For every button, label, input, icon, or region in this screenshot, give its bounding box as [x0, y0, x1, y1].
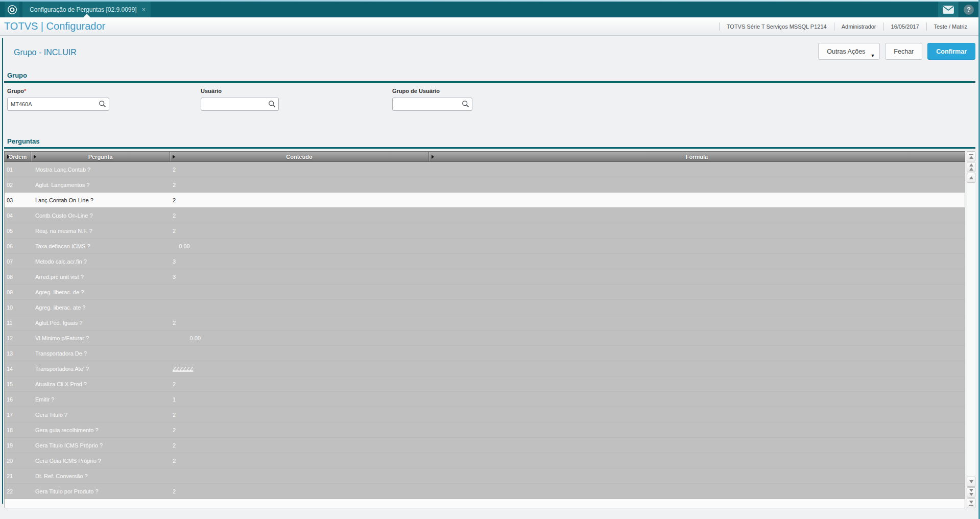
cell-pergunta: Atualiza Cli.X Prod ?	[31, 376, 170, 391]
table-row[interactable]: 15 Atualiza Cli.X Prod ? 2	[5, 376, 965, 392]
cell-formula	[429, 438, 965, 453]
cell-pergunta: Reaj. na mesma N.F. ?	[31, 223, 170, 238]
grupo-input[interactable]	[7, 98, 109, 111]
cell-pergunta: Gera Titulo por Produto ?	[31, 484, 170, 499]
environment-name: TOTVS Série T Serviços MSSQL P1214	[719, 22, 834, 31]
column-header-ordem[interactable]: Ordem	[5, 152, 31, 161]
app-title: TOTVS | Configurador	[4, 20, 105, 32]
tab-configuracao-perguntas[interactable]: Configuração de Perguntas [02.9.0099] ×	[22, 2, 151, 17]
grupo-usuario-input[interactable]	[392, 98, 472, 111]
table-row[interactable]: 17 Gera Titulo ? 2	[5, 407, 965, 422]
table-row[interactable]: 12 Vl.Minimo p/Faturar ? 0.00	[5, 331, 965, 346]
cell-pergunta: Contb.Custo On-Line ?	[31, 208, 170, 223]
cell-ordem: 14	[5, 361, 31, 376]
line-up-icon	[969, 176, 973, 179]
grupo-section: Grupo Grupo* Usuário	[4, 72, 975, 111]
cell-ordem: 04	[5, 208, 31, 223]
cell-formula	[429, 484, 965, 499]
table-row[interactable]: 10 Agreg. liberac. ate ?	[5, 300, 965, 315]
search-icon[interactable]	[462, 100, 469, 108]
table-row[interactable]: 11 Aglut.Ped. Iguais ? 2	[5, 315, 965, 331]
cell-formula	[429, 300, 965, 315]
column-header-formula[interactable]: Fórmula	[429, 152, 965, 161]
table-row[interactable]: 16 Emitir ? 1	[5, 392, 965, 407]
help-button[interactable]: ?	[959, 2, 978, 17]
usuario-input[interactable]	[201, 98, 279, 111]
confirm-button[interactable]: Confirmar	[927, 43, 975, 60]
cell-formula	[429, 331, 965, 345]
environment-info-bar: TOTVS Série T Serviços MSSQL P1214 Admin…	[719, 22, 974, 31]
line-down-icon	[969, 480, 973, 483]
table-row[interactable]: 13 Transportadora De ?	[5, 346, 965, 361]
cell-ordem: 10	[5, 300, 31, 315]
cell-pergunta: Transportadora De ?	[31, 346, 170, 361]
cell-pergunta: Mostra Lanç.Contab ?	[31, 162, 170, 177]
cell-conteudo: 2	[170, 422, 429, 437]
cell-conteudo: 2	[170, 438, 429, 453]
table-row[interactable]: 20 Gera Guia ICMS Próprio ? 2	[5, 453, 965, 468]
cell-formula	[429, 453, 965, 468]
other-actions-button[interactable]: Outras Ações ▼	[818, 43, 880, 60]
table-row[interactable]: 02 Aglut. Lançamentos ? 2	[5, 177, 965, 193]
line-down-button[interactable]	[967, 477, 975, 487]
table-row[interactable]: 18 Gera guia recolhimento ? 2	[5, 422, 965, 438]
cell-ordem: 18	[5, 422, 31, 437]
table-row[interactable]: 09 Agreg. liberac. de ?	[5, 285, 965, 300]
table-row[interactable]: 05 Reaj. na mesma N.F. ? 2	[5, 223, 965, 239]
titlebar: Configuração de Perguntas [02.9.0099] × …	[0, 2, 978, 17]
cell-ordem: 09	[5, 285, 31, 299]
close-button[interactable]: Fechar	[885, 43, 922, 60]
vertical-scrollbar[interactable]	[967, 151, 975, 508]
grid-header: Ordem Pergunta Conteúdo Fórmula	[4, 151, 965, 162]
table-row[interactable]: 08 Arred.prc unit vist ? 3	[5, 269, 965, 285]
cell-pergunta: Dt. Ref. Conversão ?	[31, 468, 170, 483]
table-row[interactable]: 06 Taxa deflacao ICMS ? 0.00	[5, 239, 965, 254]
app-window: Configuração de Perguntas [02.9.0099] × …	[0, 0, 980, 519]
search-icon[interactable]	[99, 100, 106, 108]
table-row[interactable]: 19 Gera Titulo ICMS Próprio ? 2	[5, 438, 965, 453]
cell-pergunta: Vl.Minimo p/Faturar ?	[31, 331, 170, 345]
table-row[interactable]: 21 Dt. Ref. Conversão ?	[5, 468, 965, 484]
scrollbar-track[interactable]	[967, 183, 975, 477]
cell-conteudo	[170, 285, 429, 299]
cell-ordem: 16	[5, 392, 31, 407]
cell-formula	[429, 239, 965, 253]
table-row[interactable]: 14 Transportadora Ate' ? ZZZZZZ	[5, 361, 965, 376]
page-up-button[interactable]	[967, 162, 975, 172]
page-up-icon	[969, 163, 973, 167]
field-grupo-usuario: Grupo de Usuário	[392, 88, 472, 111]
page-down-button[interactable]	[967, 487, 975, 498]
column-header-pergunta[interactable]: Pergunta	[31, 152, 170, 161]
scroll-top-button[interactable]	[967, 151, 975, 161]
table-row[interactable]: 04 Contb.Custo On-Line ? 2	[5, 208, 965, 223]
cell-pergunta: Gera Guia ICMS Próprio ?	[31, 453, 170, 468]
cell-conteudo: 3	[170, 254, 429, 269]
table-row[interactable]: 01 Mostra Lanç.Contab ? 2	[5, 162, 965, 177]
cell-ordem: 12	[5, 331, 31, 345]
table-row[interactable]: 22 Gera Titulo por Produto ? 2	[5, 484, 965, 499]
cell-ordem: 08	[5, 269, 31, 284]
cell-conteudo	[170, 468, 429, 483]
cell-conteudo: 2	[170, 162, 429, 177]
scroll-bottom-button[interactable]	[967, 498, 975, 508]
cell-pergunta: Metodo calc.acr.fin ?	[31, 254, 170, 269]
mail-button[interactable]	[938, 2, 959, 17]
close-icon[interactable]: ×	[141, 6, 146, 13]
line-up-button[interactable]	[967, 173, 975, 183]
table-row[interactable]: 07 Metodo calc.acr.fin ? 3	[5, 254, 965, 269]
cell-ordem: 17	[5, 407, 31, 422]
table-row[interactable]: 03 Lanç.Contab.On-Line ? 2	[5, 193, 965, 208]
cell-ordem: 19	[5, 438, 31, 453]
cell-pergunta: Gera Titulo ?	[31, 407, 170, 422]
cell-conteudo: 2	[170, 484, 429, 499]
cell-pergunta: Arred.prc unit vist ?	[31, 269, 170, 284]
cell-conteudo: 0.00	[170, 331, 429, 345]
search-icon[interactable]	[268, 100, 276, 108]
mail-icon	[943, 6, 954, 14]
cell-formula	[429, 468, 965, 483]
cell-conteudo: 2	[170, 315, 429, 330]
cell-conteudo: 2	[170, 453, 429, 468]
column-header-conteudo[interactable]: Conteúdo	[170, 152, 429, 161]
cell-pergunta: Taxa deflacao ICMS ?	[31, 239, 170, 253]
totvs-logo-icon	[5, 2, 19, 17]
